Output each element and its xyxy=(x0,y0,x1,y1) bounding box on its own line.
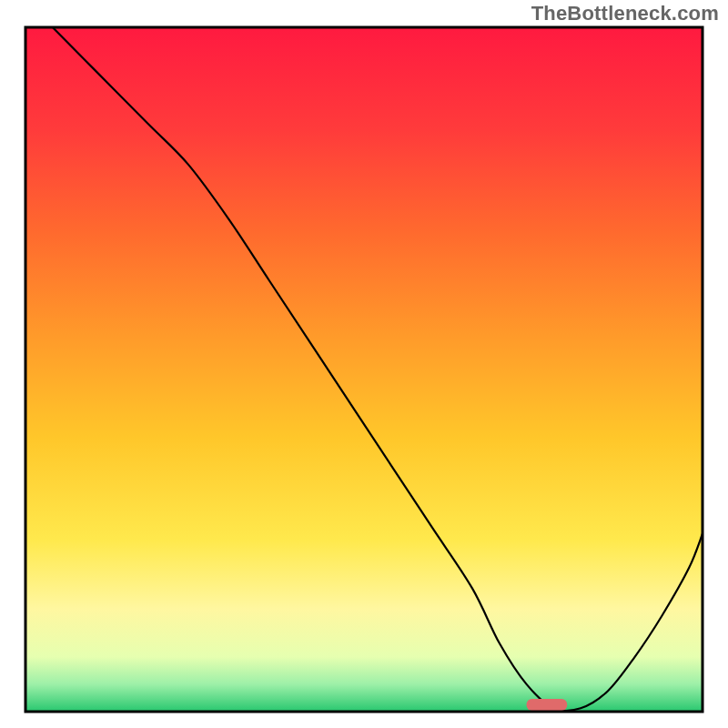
gradient-background xyxy=(25,27,703,712)
chart-container: TheBottleneck.com xyxy=(0,0,728,728)
watermark-label: TheBottleneck.com xyxy=(531,2,719,25)
plot-area xyxy=(25,27,703,712)
optimum-marker xyxy=(527,699,568,711)
bottleneck-curve-chart xyxy=(0,0,728,728)
